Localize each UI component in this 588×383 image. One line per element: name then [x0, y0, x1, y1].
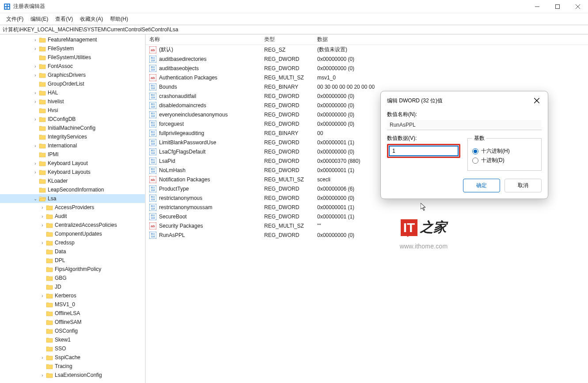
- chevron-right-icon[interactable]: ›: [39, 355, 46, 360]
- tree-row[interactable]: ›HAL: [0, 88, 145, 97]
- tree-row[interactable]: ›Keyboard Layout: [0, 159, 145, 168]
- value-row[interactable]: (默认)REG_SZ(数值未设置): [146, 45, 588, 54]
- value-row[interactable]: RunAsPPLREG_DWORD0x00000000 (0): [146, 230, 588, 240]
- tree-row[interactable]: DPL: [0, 256, 145, 265]
- address-bar[interactable]: 计算机\HKEY_LOCAL_MACHINE\SYSTEM\CurrentCon…: [0, 25, 588, 34]
- tree-row[interactable]: ›IDConfigDB: [0, 115, 145, 124]
- chevron-right-icon[interactable]: ›: [39, 293, 46, 298]
- column-data[interactable]: 数据: [314, 36, 588, 43]
- menu-help[interactable]: 帮助(H): [106, 14, 132, 25]
- menu-favorites[interactable]: 收藏夹(A): [76, 14, 106, 25]
- cancel-button[interactable]: 取消: [505, 179, 542, 192]
- tree-row[interactable]: ›International: [0, 141, 145, 150]
- reg-binary-icon: [149, 148, 156, 155]
- value-row[interactable]: BoundsREG_BINARY00 30 00 00 00 20 00 00: [146, 82, 588, 91]
- tree-row[interactable]: ›FontAssoc: [0, 62, 145, 71]
- tree-label: GraphicsDrivers: [48, 72, 86, 78]
- chevron-right-icon[interactable]: ›: [32, 117, 39, 122]
- minimize-button[interactable]: [527, 0, 547, 13]
- tree-row[interactable]: ›CentralizedAccessPolicies: [0, 221, 145, 229]
- dialog-close-button[interactable]: [532, 96, 542, 105]
- value-row[interactable]: Authentication PackagesREG_MULTI_SZmsv1_…: [146, 73, 588, 82]
- ok-button[interactable]: 确定: [463, 179, 500, 192]
- menu-file[interactable]: 文件(F): [3, 14, 27, 25]
- tree-row[interactable]: ›hivelist: [0, 97, 145, 106]
- tree-row[interactable]: ›SspiCache: [0, 353, 145, 362]
- tree-label: FileSystem: [48, 45, 74, 52]
- tree-panel[interactable]: ›FeatureManagement›FileSystemFileSystemU…: [0, 34, 146, 383]
- menu-edit[interactable]: 编辑(E): [27, 14, 52, 25]
- tree-row[interactable]: Hvsi: [0, 106, 145, 115]
- chevron-right-icon[interactable]: ›: [32, 170, 39, 175]
- chevron-right-icon[interactable]: ›: [32, 90, 39, 95]
- chevron-right-icon[interactable]: ›: [32, 161, 39, 166]
- value-row[interactable]: auditbasedirectoriesREG_DWORD0x00000000 …: [146, 54, 588, 64]
- value-name: everyoneincludesanonymous: [159, 112, 228, 118]
- tree-row[interactable]: OSConfig: [0, 327, 145, 335]
- tree-row[interactable]: SSO: [0, 344, 145, 353]
- folder-icon: [46, 266, 53, 272]
- chevron-right-icon[interactable]: ›: [32, 73, 39, 78]
- tree-row[interactable]: ⌄Lsa: [0, 194, 145, 203]
- maximize-button[interactable]: [547, 0, 568, 13]
- chevron-right-icon[interactable]: ›: [39, 223, 46, 228]
- value-name: restrictanonymoussam: [159, 204, 212, 210]
- tree-row[interactable]: JD: [0, 282, 145, 291]
- tree-row[interactable]: ›FileSystem: [0, 44, 145, 53]
- tree-row[interactable]: ›LsaExtensionConfig: [0, 371, 145, 379]
- tree-label: SSO: [55, 345, 66, 352]
- tree-row[interactable]: GroupOrderList: [0, 79, 145, 88]
- tree-row[interactable]: ›Audit: [0, 212, 145, 221]
- tree-row[interactable]: Tracing: [0, 362, 145, 371]
- menu-view[interactable]: 查看(V): [52, 14, 76, 25]
- column-type[interactable]: 类型: [261, 36, 314, 43]
- list-panel[interactable]: 名称 类型 数据 (默认)REG_SZ(数值未设置)auditbasedirec…: [146, 34, 588, 383]
- tree-row[interactable]: KLoader: [0, 176, 145, 185]
- column-name[interactable]: 名称: [146, 36, 261, 43]
- tree-row[interactable]: InitialMachineConfig: [0, 124, 145, 132]
- close-button[interactable]: [568, 0, 588, 13]
- tree-row[interactable]: ComponentUpdates: [0, 229, 145, 238]
- chevron-right-icon[interactable]: ›: [32, 38, 39, 42]
- chevron-right-icon[interactable]: ›: [39, 240, 46, 245]
- chevron-down-icon[interactable]: ⌄: [32, 196, 39, 201]
- value-data-input[interactable]: [389, 146, 458, 156]
- tree-row[interactable]: ›Credssp: [0, 238, 145, 247]
- tree-row[interactable]: ›Kerberos: [0, 291, 145, 300]
- radio-dec[interactable]: 十进制(D): [472, 157, 537, 164]
- folder-icon: [39, 107, 46, 113]
- tree-row[interactable]: GBG: [0, 274, 145, 282]
- chevron-right-icon[interactable]: ›: [39, 205, 46, 210]
- value-type: REG_MULTI_SZ: [261, 223, 314, 229]
- radio-hex[interactable]: 十六进制(H): [472, 147, 537, 155]
- tree-row[interactable]: MSV1_0: [0, 300, 145, 309]
- tree-row[interactable]: ›AccessProviders: [0, 203, 145, 212]
- chevron-right-icon[interactable]: ›: [32, 64, 39, 69]
- chevron-right-icon[interactable]: ›: [32, 99, 39, 104]
- chevron-right-icon[interactable]: ›: [39, 373, 46, 378]
- tree-row[interactable]: LeapSecondInformation: [0, 185, 145, 194]
- tree-row[interactable]: OfflineLSA: [0, 309, 145, 318]
- value-row[interactable]: restrictanonymoussamREG_DWORD0x00000001 …: [146, 203, 588, 212]
- tree-row[interactable]: ›GraphicsDrivers: [0, 71, 145, 79]
- value-row[interactable]: Security PackagesREG_MULTI_SZ"": [146, 221, 588, 230]
- folder-icon: [46, 213, 53, 219]
- tree-row[interactable]: FileSystemUtilities: [0, 53, 145, 62]
- value-row[interactable]: auditbaseobjectsREG_DWORD0x00000000 (0): [146, 64, 588, 73]
- tree-row[interactable]: IPMI: [0, 150, 145, 159]
- tree-row[interactable]: OfflineSAM: [0, 318, 145, 327]
- edit-dword-dialog: 编辑 DWORD (32 位)值 数值名称(N): RunAsPPL 数值数据(…: [380, 91, 548, 199]
- chevron-right-icon[interactable]: ›: [32, 143, 39, 148]
- tree-row[interactable]: IntegrityServices: [0, 132, 145, 141]
- value-row[interactable]: SecureBootREG_DWORD0x00000001 (1): [146, 212, 588, 221]
- tree-row[interactable]: Skew1: [0, 335, 145, 344]
- folder-icon: [39, 81, 46, 87]
- tree-row[interactable]: ›FeatureManagement: [0, 35, 145, 44]
- tree-row[interactable]: FipsAlgorithmPolicy: [0, 265, 145, 274]
- tree-row[interactable]: ›Keyboard Layouts: [0, 168, 145, 176]
- value-data: 00 30 00 00 00 20 00 00: [314, 84, 588, 90]
- tree-row[interactable]: Data: [0, 247, 145, 256]
- value-name: NoLmHash: [159, 167, 186, 173]
- chevron-right-icon[interactable]: ›: [39, 214, 46, 219]
- chevron-right-icon[interactable]: ›: [32, 46, 39, 51]
